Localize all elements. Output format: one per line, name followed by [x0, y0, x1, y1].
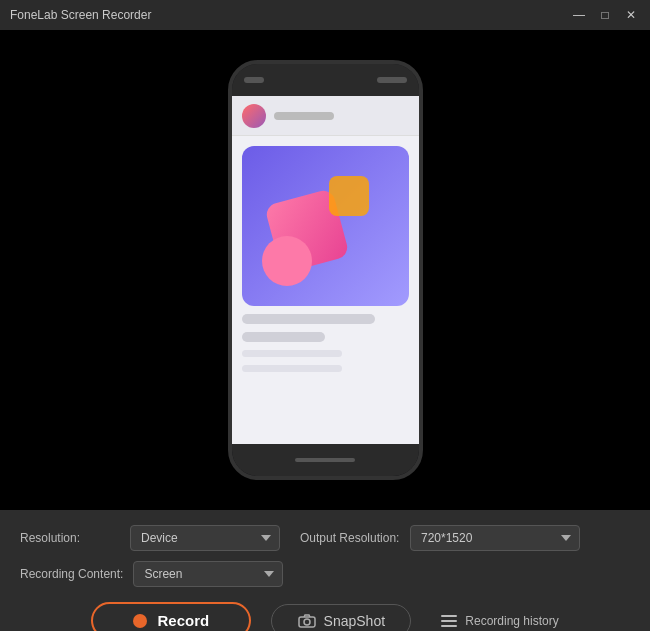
snapshot-button-label: SnapShot — [324, 613, 386, 629]
phone-header-title — [274, 112, 334, 120]
camera-icon — [298, 614, 316, 628]
close-button[interactable]: ✕ — [622, 6, 640, 24]
phone-text-line-3 — [242, 350, 342, 357]
phone-status-left — [244, 77, 264, 83]
controls-row-1: Resolution: Device 1080p 720p 480p Outpu… — [20, 525, 630, 551]
recording-content-group: Recording Content: Screen Audio Screen &… — [20, 561, 283, 587]
record-dot-icon — [133, 614, 147, 628]
phone-app-header — [232, 96, 419, 136]
action-buttons-row: Record SnapShot Recording history — [20, 602, 630, 631]
record-button[interactable]: Record — [91, 602, 251, 631]
controls-row-2: Recording Content: Screen Audio Screen &… — [20, 561, 630, 587]
hamburger-line-1 — [441, 615, 457, 617]
resolution-group: Resolution: Device 1080p 720p 480p — [20, 525, 280, 551]
resolution-select[interactable]: Device 1080p 720p 480p — [130, 525, 280, 551]
output-resolution-label: Output Resolution: — [300, 531, 400, 545]
record-button-label: Record — [157, 612, 209, 629]
output-resolution-group: Output Resolution: 720*1520 1080*2340 54… — [300, 525, 580, 551]
phone-status-bar — [232, 64, 419, 96]
phone-text-line-1 — [242, 314, 376, 324]
phone-screen-content — [232, 96, 419, 444]
snapshot-button[interactable]: SnapShot — [271, 604, 411, 632]
hamburger-icon — [441, 615, 457, 627]
phone-card-shape2 — [262, 236, 312, 286]
phone-home-indicator — [295, 458, 355, 462]
maximize-button[interactable]: □ — [596, 6, 614, 24]
phone-status-time — [244, 77, 264, 83]
recording-content-select[interactable]: Screen Audio Screen & Audio — [133, 561, 283, 587]
hamburger-line-3 — [441, 625, 457, 627]
phone-text-line-2 — [242, 332, 326, 342]
recording-history-button[interactable]: Recording history — [441, 614, 558, 628]
phone-nav-bar — [232, 444, 419, 476]
window-controls: — □ ✕ — [570, 6, 640, 24]
svg-point-1 — [304, 619, 310, 625]
hamburger-line-2 — [441, 620, 457, 622]
output-resolution-select[interactable]: 720*1520 1080*2340 540*1140 360*760 — [410, 525, 580, 551]
resolution-label: Resolution: — [20, 531, 120, 545]
title-bar: FoneLab Screen Recorder — □ ✕ — [0, 0, 650, 30]
controls-area: Resolution: Device 1080p 720p 480p Outpu… — [0, 510, 650, 631]
app-title: FoneLab Screen Recorder — [10, 8, 151, 22]
minimize-button[interactable]: — — [570, 6, 588, 24]
phone-avatar — [242, 104, 266, 128]
phone-card-accent — [329, 176, 369, 216]
recording-history-label: Recording history — [465, 614, 558, 628]
preview-area — [0, 30, 650, 510]
phone-main — [232, 136, 419, 382]
phone-status-right — [377, 77, 407, 83]
recording-content-label: Recording Content: — [20, 567, 123, 581]
phone-text-line-4 — [242, 365, 342, 372]
phone-app-card — [242, 146, 409, 306]
phone-mockup — [228, 60, 423, 480]
